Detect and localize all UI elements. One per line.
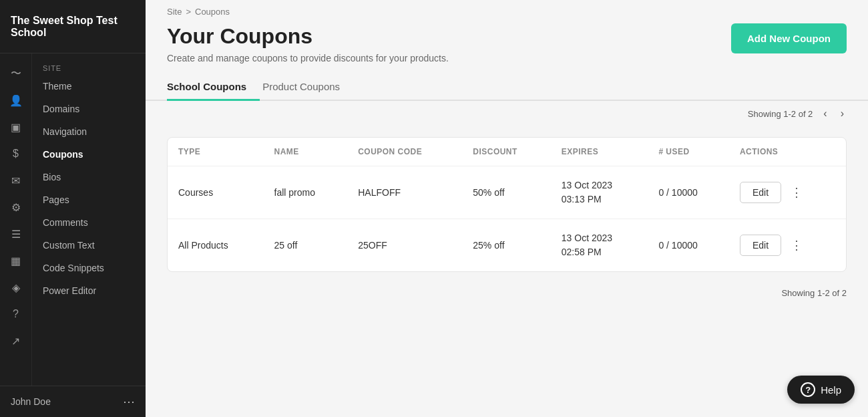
sidebar-item-coupons[interactable]: Coupons <box>32 143 146 166</box>
icon-strip: 〜 👤 ▣ $ ✉ ⚙ ☰ ▦ ◈ ? ↗ <box>0 53 32 386</box>
row2-type: All Products <box>168 219 264 272</box>
users-icon[interactable]: 👤 <box>4 88 28 112</box>
row2-actions-cell: Edit ⋮ <box>740 235 835 256</box>
help-icon: ? <box>801 382 815 397</box>
sidebar-footer: John Doe ⋯ <box>0 386 146 417</box>
row2-more-button[interactable]: ⋮ <box>788 235 805 255</box>
user-name: John Doe <box>11 396 51 407</box>
tab-school-coupons[interactable]: School Coupons <box>167 74 260 101</box>
row2-edit-button[interactable]: Edit <box>740 235 781 256</box>
site-section-label: SITE <box>32 56 146 75</box>
dashboard-icon[interactable]: ▣ <box>4 115 28 139</box>
help-badge[interactable]: ? Help <box>787 376 855 404</box>
breadcrumb-site[interactable]: Site <box>167 7 182 17</box>
user-options-button[interactable]: ⋯ <box>123 394 135 409</box>
col-discount: DISCOUNT <box>462 138 550 166</box>
mail-icon[interactable]: ✉ <box>4 168 28 192</box>
row1-edit-button[interactable]: Edit <box>740 182 781 203</box>
col-used: # USED <box>648 138 729 166</box>
revenue-icon[interactable]: $ <box>4 142 28 166</box>
row1-more-button[interactable]: ⋮ <box>788 182 805 202</box>
theme-label: Theme <box>43 81 72 92</box>
row1-expires-date: 13 Oct 2023 <box>562 178 638 192</box>
row1-actions-cell: Edit ⋮ <box>740 182 835 203</box>
page-title: Your Coupons <box>167 23 449 49</box>
page-subtitle: Create and manage coupons to provide dis… <box>167 53 449 63</box>
table-row: All Products 25 off 25OFF 25% off 13 Oct… <box>168 219 846 272</box>
row1-actions: Edit ⋮ <box>729 166 846 219</box>
tabs-row: School Coupons Product Coupons <box>146 74 868 101</box>
row1-code: HALFOFF <box>347 166 462 219</box>
coupons-table-container: TYPE NAME COUPON CODE DISCOUNT EXPIRES #… <box>167 137 847 272</box>
row2-actions: Edit ⋮ <box>729 219 846 272</box>
col-name: NAME <box>264 138 348 166</box>
coupons-table: TYPE NAME COUPON CODE DISCOUNT EXPIRES #… <box>168 138 846 271</box>
sidebar-item-navigation[interactable]: Navigation <box>32 120 146 143</box>
badge-icon[interactable]: ◈ <box>4 275 28 299</box>
custom-text-label: Custom Text <box>43 240 95 251</box>
main-content: Site > Coupons Your Coupons Create and m… <box>146 0 868 417</box>
bios-label: Bios <box>43 172 61 182</box>
domains-label: Domains <box>43 104 79 114</box>
row2-expires-date: 13 Oct 2023 <box>562 231 638 245</box>
next-page-button[interactable]: › <box>838 106 847 121</box>
navigation-label: Navigation <box>43 126 87 137</box>
row2-expires-time: 02:58 PM <box>562 245 638 259</box>
tab-product-coupons[interactable]: Product Coupons <box>260 74 353 101</box>
row2-discount: 25% off <box>462 219 550 272</box>
showing-count-top: Showing 1-2 of 2 <box>748 109 813 119</box>
pagination-top: Showing 1-2 of 2 ‹ › <box>146 101 868 126</box>
row1-expires: 13 Oct 2023 03:13 PM <box>551 166 648 219</box>
breadcrumb: Site > Coupons <box>146 0 868 23</box>
analytics-icon[interactable]: 〜 <box>4 61 28 86</box>
school-name: The Sweet Shop Test School <box>0 0 146 53</box>
prev-page-button[interactable]: ‹ <box>821 106 829 121</box>
sidebar: The Sweet Shop Test School 〜 👤 ▣ $ ✉ ⚙ ☰… <box>0 0 146 417</box>
breadcrumb-current: Coupons <box>195 7 230 17</box>
sidebar-item-power-editor[interactable]: Power Editor <box>32 279 146 302</box>
row1-used: 0 / 10000 <box>648 166 729 219</box>
help-label: Help <box>821 384 841 396</box>
sidebar-item-code-snippets[interactable]: Code Snippets <box>32 257 146 279</box>
row2-code: 25OFF <box>347 219 462 272</box>
row2-expires: 13 Oct 2023 02:58 PM <box>551 219 648 272</box>
sidebar-item-custom-text[interactable]: Custom Text <box>32 234 146 257</box>
table-row: Courses fall promo HALFOFF 50% off 13 Oc… <box>168 166 846 219</box>
calendar-icon[interactable]: ▦ <box>4 249 28 273</box>
col-expires: EXPIRES <box>551 138 648 166</box>
power-editor-label: Power Editor <box>43 285 96 296</box>
col-coupon-code: COUPON CODE <box>347 138 462 166</box>
pagination-bottom: Showing 1-2 of 2 <box>146 283 868 303</box>
col-actions: ACTIONS <box>729 138 846 166</box>
row2-used: 0 / 10000 <box>648 219 729 272</box>
sidebar-item-theme[interactable]: Theme <box>32 75 146 98</box>
row1-discount: 50% off <box>462 166 550 219</box>
row1-type: Courses <box>168 166 264 219</box>
sidebar-item-domains[interactable]: Domains <box>32 98 146 120</box>
page-header: Your Coupons Create and manage coupons t… <box>146 23 868 74</box>
breadcrumb-separator: > <box>186 7 191 17</box>
pages-icon[interactable]: ☰ <box>4 222 28 246</box>
row2-name: 25 off <box>264 219 348 272</box>
row1-name: fall promo <box>264 166 348 219</box>
showing-count-bottom: Showing 1-2 of 2 <box>781 288 847 298</box>
sidebar-item-bios[interactable]: Bios <box>32 166 146 188</box>
table-header-row: TYPE NAME COUPON CODE DISCOUNT EXPIRES #… <box>168 138 846 166</box>
row1-expires-time: 03:13 PM <box>562 192 638 206</box>
page-header-text: Your Coupons Create and manage coupons t… <box>167 23 449 63</box>
share-icon[interactable]: ↗ <box>4 329 28 353</box>
pages-nav-label: Pages <box>43 194 69 205</box>
col-type: TYPE <box>168 138 264 166</box>
add-new-coupon-button[interactable]: Add New Coupon <box>731 23 847 53</box>
coupons-label: Coupons <box>43 149 83 160</box>
settings-icon[interactable]: ⚙ <box>4 195 28 219</box>
nav-section: SITE Theme Domains Navigation Coupons Bi… <box>32 53 146 386</box>
sidebar-item-pages[interactable]: Pages <box>32 188 146 211</box>
question-icon[interactable]: ? <box>4 302 28 326</box>
comments-label: Comments <box>43 217 88 228</box>
code-snippets-label: Code Snippets <box>43 263 104 273</box>
sidebar-item-comments[interactable]: Comments <box>32 211 146 234</box>
